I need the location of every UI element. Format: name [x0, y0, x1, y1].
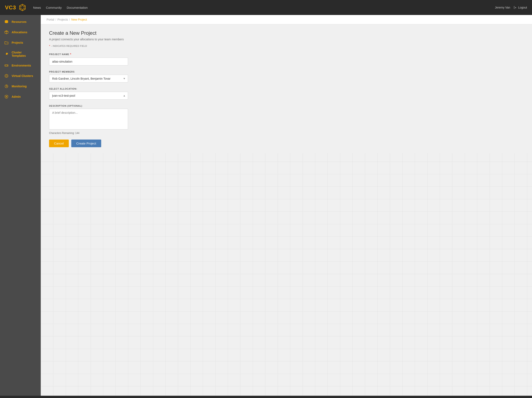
cancel-button[interactable]: Cancel [49, 140, 69, 147]
sidebar-item-monitoring[interactable]: Monitoring [0, 81, 41, 91]
username: Jeremy Van [495, 6, 510, 9]
allocation-wrapper: jvan-vc3-test-pool ▲ [49, 92, 128, 100]
breadcrumb-portal[interactable]: Portal [47, 18, 54, 21]
sidebar-item-virtual-clusters[interactable]: Virtual Clusters [0, 71, 41, 81]
logout-icon [513, 6, 517, 9]
form-container: Create a New Project A project connects … [41, 24, 532, 396]
chart-icon [4, 84, 9, 89]
create-project-button[interactable]: Create Project [71, 140, 101, 147]
project-members-select[interactable]: Rob Gardner, Lincoln Bryant, Benjamin To… [49, 75, 128, 83]
footer: © 2018 The University of Chicago VC3, Vi… [0, 396, 532, 398]
nav-links: News Community Documentation [33, 5, 495, 10]
project-members-wrapper: Rob Gardner, Lincoln Bryant, Benjamin To… [49, 75, 128, 83]
main-layout: Resources Allocations Projects [0, 15, 532, 396]
project-name-required: * [70, 53, 71, 56]
logout-button[interactable]: Logout [513, 6, 527, 9]
sidebar-label-monitoring: Monitoring [12, 85, 27, 88]
sidebar-item-allocations[interactable]: Allocations [0, 27, 41, 38]
required-note: * - INDICATES REQUIRED FIELD [49, 44, 524, 48]
nav-community[interactable]: Community [46, 5, 62, 10]
description-group: DESCRIPTION (OPTIONAL) Characters Remain… [49, 105, 524, 135]
folder-icon [4, 40, 9, 45]
sidebar-label-cluster-templates: Cluster Templates [12, 51, 37, 58]
sidebar-label-allocations: Allocations [12, 31, 27, 34]
sidebar-item-environments[interactable]: Environments [0, 60, 41, 71]
allocation-group: SELECT ALLOCATION: jvan-vc3-test-pool ▲ [49, 88, 524, 100]
hexagon-icon [4, 74, 9, 78]
breadcrumb: Portal / Projects / New Project [41, 15, 532, 24]
sidebar-item-resources[interactable]: Resources [0, 17, 41, 27]
form-buttons: Cancel Create Project [49, 140, 524, 147]
svg-point-13 [7, 65, 7, 66]
svg-point-18 [6, 86, 7, 87]
sidebar-item-projects[interactable]: Projects [0, 38, 41, 48]
svg-point-16 [6, 75, 7, 77]
hdd-icon [4, 63, 9, 68]
breadcrumb-sep-2: / [69, 18, 70, 21]
sidebar-label-environments: Environments [12, 64, 31, 67]
allocation-select[interactable]: jvan-vc3-test-pool [49, 92, 128, 100]
project-name-label: PROJECT NAME * [49, 53, 524, 56]
nav-documentation[interactable]: Documentation [67, 5, 88, 10]
sidebar-label-admin: Admin [12, 95, 21, 98]
svg-marker-15 [5, 74, 8, 77]
user-area: Jeremy Van Logout [495, 6, 527, 9]
sidebar-item-cluster-templates[interactable]: Cluster Templates [0, 48, 41, 60]
logo-text[interactable]: VC3 [5, 4, 16, 11]
breadcrumb-projects[interactable]: Projects [57, 18, 68, 21]
form-area: Create a New Project A project connects … [41, 24, 532, 153]
project-members-label: PROJECT MEMBERS [49, 71, 524, 73]
project-name-group: PROJECT NAME * [49, 53, 524, 65]
breadcrumb-sep-1: / [56, 18, 56, 21]
shield-icon [4, 94, 9, 99]
navbar: VC3 News Community Documentation Jeremy … [0, 0, 532, 15]
sidebar-label-projects: Projects [12, 41, 23, 44]
brand: VC3 [5, 3, 27, 12]
form-title: Create a New Project [49, 30, 524, 36]
sidebar-label-resources: Resources [12, 20, 27, 24]
logo-icon [18, 3, 27, 12]
sidebar-item-admin[interactable]: Admin [0, 91, 41, 102]
project-members-group: PROJECT MEMBERS Rob Gardner, Lincoln Bry… [49, 71, 524, 83]
svg-marker-1 [21, 5, 24, 10]
breadcrumb-new-project: New Project [71, 18, 87, 21]
description-label: DESCRIPTION (OPTIONAL) [49, 105, 524, 107]
description-textarea[interactable] [49, 109, 128, 129]
form-subtitle: A project connects your allocations to y… [49, 38, 524, 41]
nav-news[interactable]: News [33, 5, 41, 10]
svg-point-8 [5, 20, 8, 21]
main-content: Portal / Projects / New Project Create a… [41, 15, 532, 396]
cube-icon [4, 30, 9, 34]
chars-remaining: Characters Remaining: 144 [49, 132, 524, 135]
project-name-input[interactable] [49, 58, 128, 65]
database-icon [4, 19, 9, 24]
sidebar: Resources Allocations Projects [0, 15, 41, 396]
sidebar-label-virtual-clusters: Virtual Clusters [12, 74, 33, 77]
required-star: * [49, 44, 50, 48]
svg-point-19 [6, 96, 7, 97]
gear-icon [4, 52, 9, 56]
allocation-label: SELECT ALLOCATION: [49, 88, 524, 90]
